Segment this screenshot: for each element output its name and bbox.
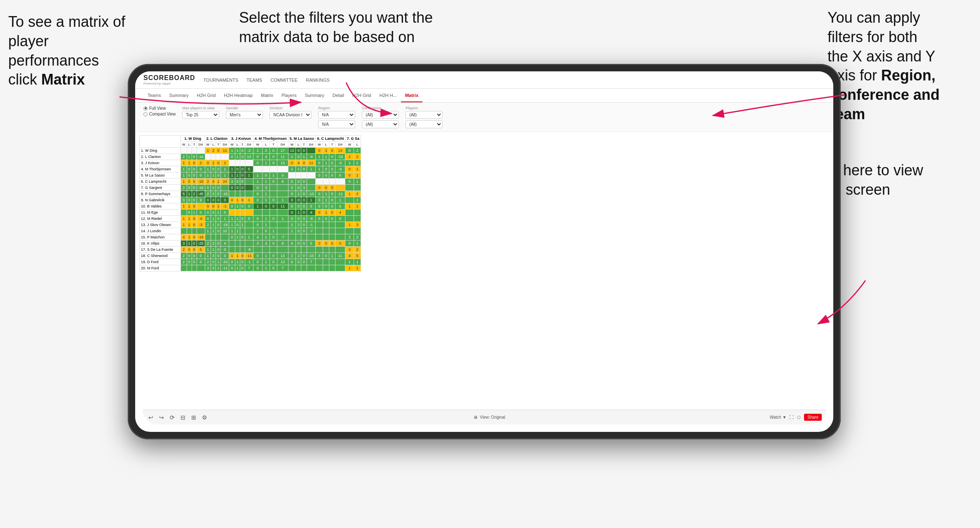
table-row: 18. C Sherwood 2000 1300 110-11 01013 22… bbox=[140, 253, 361, 259]
toolbar-view-icon: 🖥 bbox=[474, 415, 478, 420]
table-row: 19. D Ford 2000 201-20 010-1 01013 0007 … bbox=[140, 259, 361, 265]
toolbar-watch[interactable]: Watch ▼ bbox=[770, 415, 787, 420]
filter-players: Players (All) (All) bbox=[406, 106, 443, 128]
toolbar-undo[interactable]: ↩ bbox=[147, 413, 155, 422]
division-select[interactable]: NCAA Division I bbox=[270, 111, 312, 119]
filters-row: Full View Compact View Max players in vi… bbox=[135, 103, 833, 132]
logo-title: SCOREBOARD bbox=[143, 74, 195, 82]
tab-teams[interactable]: Teams bbox=[143, 89, 165, 102]
tab-h2h-grid[interactable]: H2H Grid bbox=[192, 89, 220, 102]
table-row: 2. L Clanton 210-16 01013 04011 101-6 11… bbox=[140, 154, 361, 160]
tab-matrix[interactable]: Matrix bbox=[257, 89, 277, 102]
nav-items: TOURNAMENTS TEAMS COMMITTEE RANKINGS bbox=[204, 77, 330, 83]
logo-area: SCOREBOARD Powered by clippd bbox=[143, 74, 195, 85]
toolbar-redo[interactable]: ↪ bbox=[157, 413, 166, 422]
toolbar-screen-icon[interactable]: ⛶ bbox=[790, 415, 794, 420]
share-button[interactable]: Share bbox=[804, 414, 822, 421]
col-header-4: 4. M Thorbjornsen bbox=[253, 136, 288, 142]
table-row: 3. J Koivun 1102 0102 01013 04011 010-6 … bbox=[140, 160, 361, 166]
table-row: 14. J Lundin 11010 11 101 100-7 bbox=[140, 228, 361, 234]
filter-max-players: Max players in view Top 25 bbox=[182, 106, 219, 119]
annotation-right: You can apply filters for both the X axi… bbox=[828, 8, 968, 124]
players-select-1[interactable]: (All) bbox=[406, 111, 443, 119]
table-row: 10. B Valdes 110 001-1 0100 10011 0000 0… bbox=[140, 203, 361, 210]
max-players-select[interactable]: Top 25 bbox=[182, 111, 219, 119]
col-header-7: 7. G Sa bbox=[345, 136, 361, 142]
tab-players[interactable]: Players bbox=[277, 89, 301, 102]
col-header-5: 5. M La Sasso bbox=[288, 136, 316, 142]
region-select-1[interactable]: N/A bbox=[318, 111, 355, 119]
app-container: SCOREBOARD Powered by clippd TOURNAMENTS… bbox=[135, 71, 833, 432]
conference-select-1[interactable]: (All) bbox=[362, 111, 399, 119]
col-header-3: 3. J Koivun bbox=[229, 136, 253, 142]
table-row: 4. M Thorbjornsen 1000 1001 1005 1101 10… bbox=[140, 166, 361, 172]
table-row: 9. N Gabrelcik 0009 0000 0101 0101 0001 … bbox=[140, 197, 361, 203]
filter-region: Region N/A N/A bbox=[318, 106, 355, 128]
annotation-left: To see a matrix of player performances c… bbox=[8, 12, 140, 90]
table-row: 13. J Skov Olesen 110-3 210-19 101 01 22… bbox=[140, 222, 361, 228]
table-row: 8. P Summerhays 512-45 220-16 01 010-13 … bbox=[140, 191, 361, 197]
tab-h2h-h[interactable]: H2H H... bbox=[375, 89, 401, 102]
logo-sub: Powered by clippd bbox=[143, 82, 195, 85]
table-row: 17. S De La Fuente 2000 1100 -8 02 bbox=[140, 247, 361, 253]
table-row: 15. P Maichon 410-19 0101 410-7 22 bbox=[140, 234, 361, 240]
table-row: 12. M Riedel 110-6 0101 1100 0101 000-6 … bbox=[140, 216, 361, 222]
table-row: 1. W Ding 12011 110-2 12017 1300 01013 0… bbox=[140, 148, 361, 154]
filter-conference: Conference (All) (All) bbox=[362, 106, 399, 128]
table-row: 11. M Ege 010 0010 0104 0104 bbox=[140, 210, 361, 216]
tab-matrix2[interactable]: Matrix bbox=[401, 89, 422, 102]
tab-summary[interactable]: Summary bbox=[165, 89, 192, 102]
toolbar-share-icon[interactable]: ⬡ bbox=[797, 415, 801, 420]
matrix-area[interactable]: 1. W Ding 2. L Clanton 3. J Koivun 4. M … bbox=[135, 132, 833, 420]
table-row: 7. G Sargent 200-16 000 000 03 003 000 bbox=[140, 185, 361, 191]
toolbar-settings[interactable]: ⚙ bbox=[200, 413, 209, 422]
table-row: 16. K Vilips 310-25 2204 3308 0000 0000 … bbox=[140, 240, 361, 247]
players-select-2[interactable]: (All) bbox=[406, 120, 443, 128]
nav-committee[interactable]: COMMITTEE bbox=[270, 77, 298, 83]
toolbar-zoom-out[interactable]: ⊟ bbox=[179, 413, 187, 422]
toolbar-view-label: View: Original bbox=[480, 415, 506, 420]
nav-teams[interactable]: TEAMS bbox=[246, 77, 262, 83]
tab-h2h-grid2[interactable]: H2H Grid bbox=[348, 89, 375, 102]
view-options: Full View Compact View bbox=[143, 106, 176, 116]
top-nav: SCOREBOARD Powered by clippd TOURNAMENTS… bbox=[135, 71, 833, 89]
col-header-2: 2. L Clanton bbox=[205, 136, 229, 142]
region-select-2[interactable]: N/A bbox=[318, 120, 355, 128]
bottom-toolbar: ↩ ↪ ⟳ ⊟ ⊞ ⚙ 🖥 View: Original Watch ▼ ⛶ ⬡… bbox=[143, 410, 826, 424]
tablet-frame: SCOREBOARD Powered by clippd TOURNAMENTS… bbox=[128, 64, 841, 439]
gender-select[interactable]: Men's bbox=[226, 111, 263, 119]
nav-rankings[interactable]: RANKINGS bbox=[306, 77, 329, 83]
tab-summary2[interactable]: Summary bbox=[301, 89, 328, 102]
conference-select-2[interactable]: (All) bbox=[362, 120, 399, 128]
radio-compact-view[interactable]: Compact View bbox=[143, 112, 176, 116]
radio-full-view[interactable]: Full View bbox=[143, 106, 176, 111]
annotation-center: Select the filters you want the matrix d… bbox=[239, 8, 437, 47]
matrix-header-empty bbox=[140, 136, 181, 148]
col-header-1: 1. W Ding bbox=[181, 136, 205, 142]
filter-division: Division NCAA Division I bbox=[270, 106, 312, 119]
tab-h2h-heatmap[interactable]: H2H Heatmap bbox=[220, 89, 257, 102]
table-row: 20. M Ford 331-11 0107 0107 11 bbox=[140, 265, 361, 271]
radio-full-dot bbox=[143, 106, 148, 111]
toolbar-refresh[interactable]: ⟳ bbox=[168, 413, 176, 422]
filter-gender: Gender Men's bbox=[226, 106, 263, 119]
toolbar-zoom-in[interactable]: ⊞ bbox=[190, 413, 198, 422]
toolbar-center: 🖥 View: Original bbox=[474, 415, 506, 420]
tab-detail[interactable]: Detail bbox=[328, 89, 348, 102]
nav-tournaments[interactable]: TOURNAMENTS bbox=[204, 77, 239, 83]
col-header-6: 6. C Lamprecht bbox=[316, 136, 345, 142]
radio-compact-dot bbox=[143, 112, 148, 116]
second-nav: Teams Summary H2H Grid H2H Heatmap Matri… bbox=[135, 89, 833, 103]
matrix-table: 1. W Ding 2. L Clanton 3. J Koivun 4. M … bbox=[139, 135, 361, 271]
toolbar-right: Watch ▼ ⛶ ⬡ Share bbox=[770, 414, 822, 421]
table-row: 6. C Lamprecht 100-16 24124 300 1106 000… bbox=[140, 179, 361, 185]
tablet-screen: SCOREBOARD Powered by clippd TOURNAMENTS… bbox=[135, 71, 833, 432]
table-row: 5. M La Sasso 1000 1101 1101 1010 0006 0… bbox=[140, 172, 361, 179]
